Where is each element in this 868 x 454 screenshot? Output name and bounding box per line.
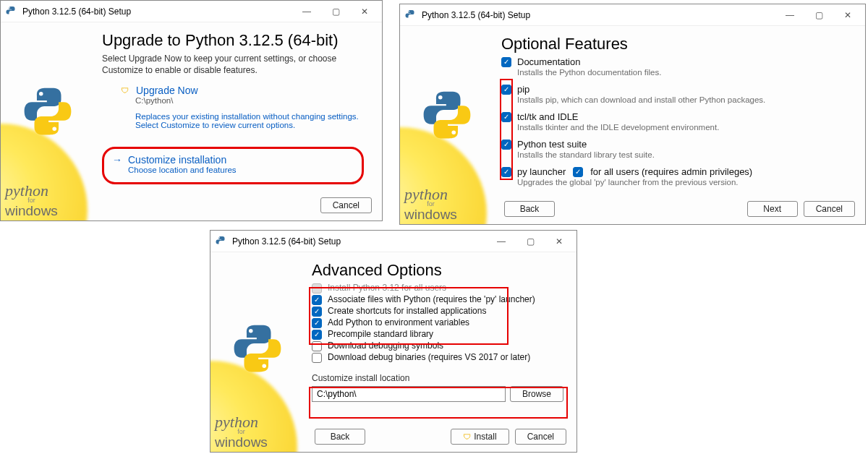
advanced-option-1[interactable]: Associate files with Python (requires th… (312, 294, 563, 305)
opt-pylauncher[interactable]: py launcher for all users (requires admi… (501, 166, 852, 191)
svg-point-4 (438, 95, 443, 100)
minimize-button[interactable]: — (292, 1, 321, 22)
option-label: Download debug binaries (requires VS 201… (328, 352, 530, 362)
shield-icon: 🛡 (463, 432, 471, 441)
checkbox-all-users[interactable] (573, 167, 583, 177)
checkbox[interactable] (501, 57, 511, 67)
page-heading: Optional Features (501, 35, 852, 53)
advanced-option-3[interactable]: Add Python to environment variables (312, 317, 563, 328)
customize-install-option[interactable]: → Customize installation Choose location… (112, 154, 369, 174)
window-title: Python 3.12.5 (64-bit) Setup (22, 7, 131, 17)
svg-point-2 (52, 127, 56, 132)
maximize-button[interactable]: ▢ (804, 4, 833, 26)
python-logo-icon (21, 85, 75, 138)
close-button[interactable]: ✕ (350, 1, 379, 22)
checkbox[interactable] (312, 295, 322, 305)
sidebar: python for windows (400, 26, 494, 224)
option-label: Precompile standard library (328, 329, 433, 339)
opt-documentation[interactable]: Documentation Installs the Python docume… (501, 56, 852, 81)
svg-point-6 (219, 237, 220, 238)
next-button[interactable]: Next (747, 201, 798, 217)
minimize-button[interactable]: — (775, 4, 804, 26)
checkbox[interactable] (312, 341, 322, 351)
installer-window-advanced: Python 3.12.5 (64-bit) Setup — ▢ ✕ pytho… (210, 230, 577, 453)
install-location-input[interactable] (312, 386, 506, 402)
cancel-button[interactable]: Cancel (804, 201, 855, 217)
upgrade-desc-1: Replaces your existing installation with… (135, 112, 369, 121)
close-button[interactable]: ✕ (833, 4, 862, 26)
customize-sub: Choose location and features (128, 166, 369, 174)
brand-text: python for windows (5, 183, 58, 218)
upgrade-now-option[interactable]: 🛡 Upgrade Now C:\python\ Replaces your e… (121, 85, 369, 129)
svg-point-5 (451, 131, 456, 135)
maximize-button[interactable]: ▢ (516, 231, 545, 252)
svg-point-8 (262, 364, 266, 369)
opt-pip[interactable]: pip Installs pip, which can download and… (501, 84, 852, 108)
brand-text: python for windows (215, 414, 268, 449)
svg-point-7 (249, 329, 253, 333)
checkbox (312, 283, 322, 294)
install-location-label: Customize install location (312, 373, 563, 383)
python-logo-icon (231, 322, 284, 375)
titlebar: Python 3.12.5 (64-bit) Setup — ▢ ✕ (1, 1, 382, 22)
titlebar: Python 3.12.5 (64-bit) Setup — ▢ ✕ (210, 231, 576, 252)
checkbox[interactable] (501, 167, 511, 177)
minimize-button[interactable]: — (487, 231, 516, 252)
customize-label: Customize installation (128, 154, 226, 166)
page-heading: Upgrade to Python 3.12.5 (64-bit) (102, 31, 369, 50)
back-button[interactable]: Back (504, 201, 555, 217)
option-label: Associate files with Python (requires th… (328, 294, 535, 304)
app-icon (404, 9, 417, 22)
app-icon (215, 235, 228, 248)
opt-testsuite[interactable]: Python test suite Installs the standard … (501, 139, 852, 163)
brand-text: python for windows (404, 187, 457, 221)
installer-window-upgrade: Python 3.12.5 (64-bit) Setup — ▢ ✕ pytho… (0, 0, 383, 221)
window-title: Python 3.12.5 (64-bit) Setup (422, 10, 530, 20)
page-heading: Advanced Options (312, 261, 563, 280)
advanced-option-0[interactable]: Install Python 3.12 for all users (312, 283, 563, 294)
maximize-button[interactable]: ▢ (321, 1, 350, 22)
install-button[interactable]: 🛡Install (451, 429, 509, 445)
checkbox[interactable] (501, 112, 511, 122)
sidebar: python for windows (210, 252, 305, 452)
python-logo-icon (420, 88, 474, 142)
app-icon (5, 5, 18, 18)
checkbox[interactable] (312, 330, 322, 340)
advanced-option-4[interactable]: Precompile standard library (312, 329, 563, 340)
option-label: Install Python 3.12 for all users (328, 283, 446, 293)
option-label: Add Python to environment variables (328, 317, 469, 327)
install-path: C:\python\ (135, 96, 369, 105)
titlebar: Python 3.12.5 (64-bit) Setup — ▢ ✕ (400, 4, 865, 26)
svg-point-1 (39, 92, 43, 96)
sidebar: python for windows (1, 22, 95, 220)
browse-button[interactable]: Browse (510, 386, 563, 402)
upgrade-desc-2: Select Customize to review current optio… (135, 121, 369, 129)
advanced-option-5[interactable]: Download debugging symbols (312, 340, 563, 351)
advanced-option-2[interactable]: Create shortcuts for installed applicati… (312, 306, 563, 317)
upgrade-now-label: Upgrade Now (136, 85, 198, 96)
cancel-button[interactable]: Cancel (320, 197, 372, 213)
page-subtitle: Select Upgrade Now to keep your current … (102, 53, 369, 76)
checkbox[interactable] (312, 318, 322, 328)
advanced-option-6[interactable]: Download debug binaries (requires VS 201… (312, 352, 563, 363)
cancel-button[interactable]: Cancel (515, 429, 566, 445)
checkbox[interactable] (312, 353, 322, 363)
option-label: Create shortcuts for installed applicati… (328, 306, 486, 316)
svg-point-3 (409, 11, 409, 12)
close-button[interactable]: ✕ (545, 231, 574, 252)
shield-icon: 🛡 (121, 86, 129, 95)
option-label: Download debugging symbols (328, 340, 443, 351)
checkbox[interactable] (312, 307, 322, 317)
window-title: Python 3.12.5 (64-bit) Setup (232, 236, 341, 247)
checkbox[interactable] (501, 140, 511, 150)
installer-window-optional: Python 3.12.5 (64-bit) Setup — ▢ ✕ pytho… (399, 4, 866, 225)
svg-point-0 (9, 7, 10, 8)
back-button[interactable]: Back (315, 429, 365, 445)
all-users-label: for all users (requires admin privileges… (590, 166, 752, 177)
checkbox[interactable] (501, 85, 511, 95)
opt-tcltk[interactable]: tcl/tk and IDLE Installs tkinter and the… (501, 111, 852, 136)
arrow-right-icon: → (112, 154, 122, 166)
